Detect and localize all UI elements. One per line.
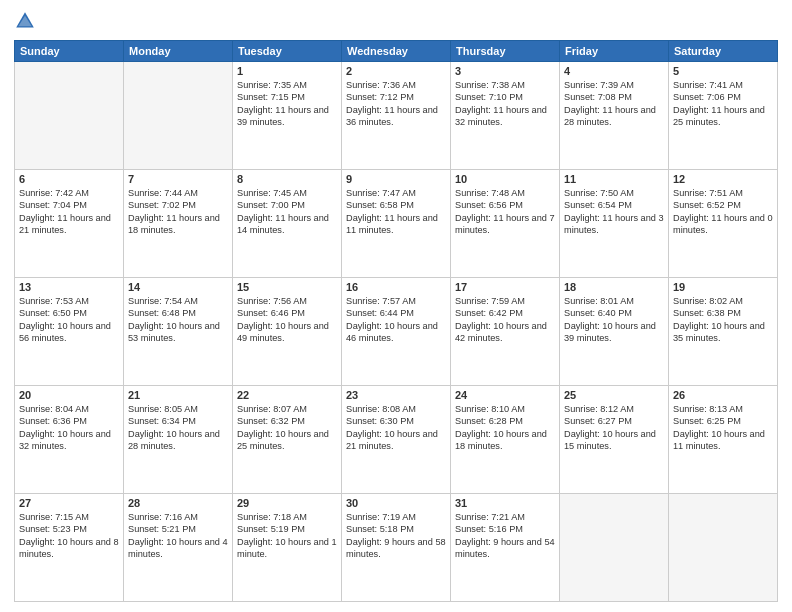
day-number: 25	[564, 389, 664, 401]
day-info: Sunrise: 7:39 AMSunset: 7:08 PMDaylight:…	[564, 79, 664, 129]
day-number: 16	[346, 281, 446, 293]
weekday-header-wednesday: Wednesday	[342, 41, 451, 62]
week-row-5: 27Sunrise: 7:15 AMSunset: 5:23 PMDayligh…	[15, 494, 778, 602]
calendar-cell: 3Sunrise: 7:38 AMSunset: 7:10 PMDaylight…	[451, 62, 560, 170]
calendar-cell	[124, 62, 233, 170]
day-info: Sunrise: 7:45 AMSunset: 7:00 PMDaylight:…	[237, 187, 337, 237]
day-info: Sunrise: 7:48 AMSunset: 6:56 PMDaylight:…	[455, 187, 555, 237]
day-number: 5	[673, 65, 773, 77]
day-info: Sunrise: 7:41 AMSunset: 7:06 PMDaylight:…	[673, 79, 773, 129]
day-number: 24	[455, 389, 555, 401]
calendar-cell: 27Sunrise: 7:15 AMSunset: 5:23 PMDayligh…	[15, 494, 124, 602]
day-number: 19	[673, 281, 773, 293]
day-number: 31	[455, 497, 555, 509]
day-info: Sunrise: 7:59 AMSunset: 6:42 PMDaylight:…	[455, 295, 555, 345]
day-info: Sunrise: 8:12 AMSunset: 6:27 PMDaylight:…	[564, 403, 664, 453]
day-info: Sunrise: 7:16 AMSunset: 5:21 PMDaylight:…	[128, 511, 228, 561]
calendar-cell: 17Sunrise: 7:59 AMSunset: 6:42 PMDayligh…	[451, 278, 560, 386]
calendar-cell: 26Sunrise: 8:13 AMSunset: 6:25 PMDayligh…	[669, 386, 778, 494]
day-number: 21	[128, 389, 228, 401]
calendar-cell: 16Sunrise: 7:57 AMSunset: 6:44 PMDayligh…	[342, 278, 451, 386]
day-number: 29	[237, 497, 337, 509]
calendar-cell: 9Sunrise: 7:47 AMSunset: 6:58 PMDaylight…	[342, 170, 451, 278]
day-info: Sunrise: 8:04 AMSunset: 6:36 PMDaylight:…	[19, 403, 119, 453]
logo-icon	[14, 10, 36, 32]
day-info: Sunrise: 7:21 AMSunset: 5:16 PMDaylight:…	[455, 511, 555, 561]
day-number: 12	[673, 173, 773, 185]
weekday-header-row: SundayMondayTuesdayWednesdayThursdayFrid…	[15, 41, 778, 62]
day-info: Sunrise: 7:53 AMSunset: 6:50 PMDaylight:…	[19, 295, 119, 345]
calendar-cell: 19Sunrise: 8:02 AMSunset: 6:38 PMDayligh…	[669, 278, 778, 386]
calendar-cell: 5Sunrise: 7:41 AMSunset: 7:06 PMDaylight…	[669, 62, 778, 170]
day-number: 10	[455, 173, 555, 185]
day-number: 28	[128, 497, 228, 509]
day-info: Sunrise: 7:35 AMSunset: 7:15 PMDaylight:…	[237, 79, 337, 129]
day-info: Sunrise: 8:07 AMSunset: 6:32 PMDaylight:…	[237, 403, 337, 453]
calendar-cell: 23Sunrise: 8:08 AMSunset: 6:30 PMDayligh…	[342, 386, 451, 494]
calendar-cell: 22Sunrise: 8:07 AMSunset: 6:32 PMDayligh…	[233, 386, 342, 494]
day-number: 20	[19, 389, 119, 401]
calendar-cell	[669, 494, 778, 602]
day-number: 22	[237, 389, 337, 401]
day-info: Sunrise: 7:36 AMSunset: 7:12 PMDaylight:…	[346, 79, 446, 129]
week-row-1: 1Sunrise: 7:35 AMSunset: 7:15 PMDaylight…	[15, 62, 778, 170]
day-number: 17	[455, 281, 555, 293]
weekday-header-saturday: Saturday	[669, 41, 778, 62]
day-info: Sunrise: 7:44 AMSunset: 7:02 PMDaylight:…	[128, 187, 228, 237]
day-number: 7	[128, 173, 228, 185]
day-number: 3	[455, 65, 555, 77]
weekday-header-monday: Monday	[124, 41, 233, 62]
weekday-header-sunday: Sunday	[15, 41, 124, 62]
calendar-table: SundayMondayTuesdayWednesdayThursdayFrid…	[14, 40, 778, 602]
calendar-cell: 7Sunrise: 7:44 AMSunset: 7:02 PMDaylight…	[124, 170, 233, 278]
day-number: 2	[346, 65, 446, 77]
day-info: Sunrise: 8:13 AMSunset: 6:25 PMDaylight:…	[673, 403, 773, 453]
day-info: Sunrise: 7:51 AMSunset: 6:52 PMDaylight:…	[673, 187, 773, 237]
day-number: 8	[237, 173, 337, 185]
day-info: Sunrise: 7:19 AMSunset: 5:18 PMDaylight:…	[346, 511, 446, 561]
day-info: Sunrise: 8:08 AMSunset: 6:30 PMDaylight:…	[346, 403, 446, 453]
day-number: 13	[19, 281, 119, 293]
day-info: Sunrise: 8:10 AMSunset: 6:28 PMDaylight:…	[455, 403, 555, 453]
day-info: Sunrise: 8:05 AMSunset: 6:34 PMDaylight:…	[128, 403, 228, 453]
day-info: Sunrise: 7:50 AMSunset: 6:54 PMDaylight:…	[564, 187, 664, 237]
day-info: Sunrise: 8:02 AMSunset: 6:38 PMDaylight:…	[673, 295, 773, 345]
calendar-cell: 13Sunrise: 7:53 AMSunset: 6:50 PMDayligh…	[15, 278, 124, 386]
day-number: 9	[346, 173, 446, 185]
calendar-cell: 15Sunrise: 7:56 AMSunset: 6:46 PMDayligh…	[233, 278, 342, 386]
calendar-cell: 8Sunrise: 7:45 AMSunset: 7:00 PMDaylight…	[233, 170, 342, 278]
calendar-cell: 30Sunrise: 7:19 AMSunset: 5:18 PMDayligh…	[342, 494, 451, 602]
week-row-3: 13Sunrise: 7:53 AMSunset: 6:50 PMDayligh…	[15, 278, 778, 386]
calendar-cell: 29Sunrise: 7:18 AMSunset: 5:19 PMDayligh…	[233, 494, 342, 602]
day-info: Sunrise: 7:56 AMSunset: 6:46 PMDaylight:…	[237, 295, 337, 345]
calendar-cell: 25Sunrise: 8:12 AMSunset: 6:27 PMDayligh…	[560, 386, 669, 494]
weekday-header-thursday: Thursday	[451, 41, 560, 62]
day-info: Sunrise: 7:54 AMSunset: 6:48 PMDaylight:…	[128, 295, 228, 345]
day-number: 6	[19, 173, 119, 185]
day-info: Sunrise: 7:18 AMSunset: 5:19 PMDaylight:…	[237, 511, 337, 561]
calendar-cell: 6Sunrise: 7:42 AMSunset: 7:04 PMDaylight…	[15, 170, 124, 278]
day-number: 15	[237, 281, 337, 293]
day-number: 1	[237, 65, 337, 77]
day-info: Sunrise: 7:42 AMSunset: 7:04 PMDaylight:…	[19, 187, 119, 237]
calendar-cell	[560, 494, 669, 602]
calendar-cell: 28Sunrise: 7:16 AMSunset: 5:21 PMDayligh…	[124, 494, 233, 602]
day-info: Sunrise: 8:01 AMSunset: 6:40 PMDaylight:…	[564, 295, 664, 345]
calendar-cell: 10Sunrise: 7:48 AMSunset: 6:56 PMDayligh…	[451, 170, 560, 278]
calendar-cell: 14Sunrise: 7:54 AMSunset: 6:48 PMDayligh…	[124, 278, 233, 386]
calendar-cell: 4Sunrise: 7:39 AMSunset: 7:08 PMDaylight…	[560, 62, 669, 170]
day-number: 27	[19, 497, 119, 509]
day-number: 4	[564, 65, 664, 77]
day-info: Sunrise: 7:57 AMSunset: 6:44 PMDaylight:…	[346, 295, 446, 345]
day-number: 14	[128, 281, 228, 293]
day-info: Sunrise: 7:38 AMSunset: 7:10 PMDaylight:…	[455, 79, 555, 129]
calendar-cell: 24Sunrise: 8:10 AMSunset: 6:28 PMDayligh…	[451, 386, 560, 494]
day-number: 26	[673, 389, 773, 401]
day-info: Sunrise: 7:47 AMSunset: 6:58 PMDaylight:…	[346, 187, 446, 237]
calendar-cell: 31Sunrise: 7:21 AMSunset: 5:16 PMDayligh…	[451, 494, 560, 602]
weekday-header-tuesday: Tuesday	[233, 41, 342, 62]
calendar-cell: 21Sunrise: 8:05 AMSunset: 6:34 PMDayligh…	[124, 386, 233, 494]
day-number: 30	[346, 497, 446, 509]
day-number: 18	[564, 281, 664, 293]
day-number: 11	[564, 173, 664, 185]
